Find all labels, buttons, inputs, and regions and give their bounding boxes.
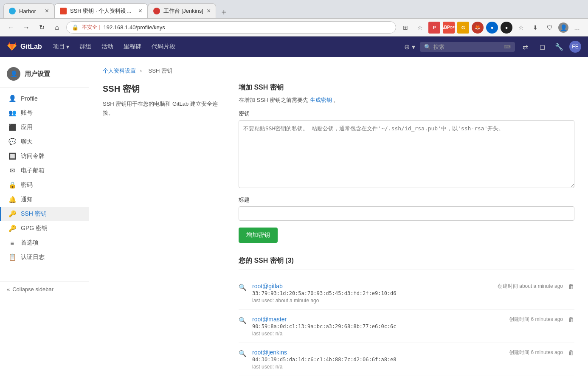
reload-button[interactable]: ↻ xyxy=(36,22,48,34)
gitlab-logo-text: GitLab xyxy=(20,43,42,51)
lock-icon: 🔒 xyxy=(72,24,79,31)
ssh-key-item-0: 🔍 root@gitlab 33:79:93:1d:20:5a:70:93:d5… xyxy=(239,277,574,310)
ssh-key-info-0: root@gitlab 33:79:93:1d:20:5a:70:93:d5:4… xyxy=(252,283,492,304)
jenkins-tab-close[interactable]: × xyxy=(207,7,211,15)
sidebar-label-chat: 聊天 xyxy=(21,138,33,146)
nav-item-milestones[interactable]: 里程碑 xyxy=(119,40,146,53)
bookmarks-icon[interactable]: ☆ xyxy=(515,22,527,34)
ssh-key-delete-1[interactable]: 🗑 xyxy=(568,316,574,323)
ssh-key-name-2[interactable]: root@jenkins xyxy=(252,349,287,356)
harbor-tab-close[interactable]: × xyxy=(45,7,49,15)
sidebar-user-section: 👤 用户设置 xyxy=(0,64,89,88)
tab-gitlab[interactable]: SSH 密钥 · 个人资料设置 · GitLab × xyxy=(54,3,148,18)
account-icon: 👥 xyxy=(8,109,17,117)
back-button[interactable]: ← xyxy=(5,22,17,34)
ssh-key-delete-0[interactable]: 🗑 xyxy=(568,283,574,290)
sidebar-label-audit-log: 认证日志 xyxy=(21,253,45,261)
ssh-key-delete-2[interactable]: 🗑 xyxy=(568,349,574,356)
nav-avatar[interactable]: FE xyxy=(569,41,581,53)
sidebar-item-password[interactable]: 🔒 密码 xyxy=(0,178,89,192)
sidebar-item-chat[interactable]: 💬 聊天 xyxy=(0,135,89,149)
ssh-key-name-0[interactable]: root@gitlab xyxy=(252,283,283,290)
ssh-keys-list: 您的 SSH 密钥 (3) 🔍 root@gitlab 33:79:93:1d:… xyxy=(239,256,574,376)
forward-button[interactable]: → xyxy=(20,22,32,34)
ext3-icon[interactable]: ● xyxy=(486,22,498,34)
address-bar[interactable]: 🔒 不安全 | 192.168.1.40/profile/keys xyxy=(66,21,396,34)
main-content: 个人资料设置 › SSH 密钥 SSH 密钥 SSH 密钥用于在您的电脑和 Gi… xyxy=(89,57,588,388)
nav-search-input[interactable] xyxy=(433,44,501,50)
preferences-icon: ≡ xyxy=(8,239,17,247)
gitlab-tab-title: SSH 密钥 · 个人资料设置 · GitLab xyxy=(70,7,135,15)
sidebar-item-email[interactable]: ✉ 电子邮箱 xyxy=(0,163,89,178)
audit-log-icon: 📋 xyxy=(8,253,17,261)
sidebar-item-account[interactable]: 👥 账号 xyxy=(0,106,89,120)
star-icon[interactable]: ☆ xyxy=(414,22,426,34)
ssh-key-created-1: 创建时间 6 minutes ago xyxy=(509,316,563,323)
breadcrumb-settings-link[interactable]: 个人资料设置 xyxy=(103,67,136,74)
gpg-key-icon: 🔑 xyxy=(8,225,17,232)
sidebar-item-ssh-keys[interactable]: 🔑 SSH 密钥 xyxy=(0,207,89,221)
nav-item-snippets[interactable]: 代码片段 xyxy=(147,40,180,53)
sync-icon[interactable]: ⬇ xyxy=(529,22,541,34)
ssh-key-textarea[interactable] xyxy=(239,120,574,188)
ssh-key-meta-1: 创建时间 6 minutes ago 🗑 xyxy=(509,316,574,323)
ssh-key-fingerprint-2: 04:30:39:d5:da:1d:c6:c1:4b:88:7c:d2:06:6… xyxy=(252,357,504,363)
insecure-label: 不安全 | xyxy=(82,24,100,31)
add-ssh-title: 增加 SSH 密钥 xyxy=(239,83,574,92)
jenkins-favicon xyxy=(153,8,160,14)
profile-icon[interactable]: 👤 xyxy=(558,22,568,33)
browser-toolbar: ← → ↻ ⌂ 🔒 不安全 | 192.168.1.40/profile/key… xyxy=(0,18,588,36)
harbor-favicon xyxy=(9,8,16,14)
ssh-key-last-used-0: last used: about a minute ago xyxy=(252,298,492,304)
sidebar-item-access-tokens[interactable]: 🔲 访问令牌 xyxy=(0,149,89,163)
nav-search-bar[interactable]: 🔍 ⌨ xyxy=(420,42,515,52)
sidebar-label-preferences: 首选项 xyxy=(21,239,39,247)
add-ssh-desc-prefix: 在增加 SSH 密钥之前需要先 xyxy=(239,97,308,103)
ssh-key-created-0: 创建时间 about a minute ago xyxy=(498,283,563,290)
tab-jenkins[interactable]: 工作台 [Jenkins] × xyxy=(148,3,216,18)
menu-icon[interactable]: … xyxy=(571,22,583,34)
shield-icon[interactable]: 🛡 xyxy=(544,22,556,34)
nav-merge-requests-button[interactable]: ⇄ xyxy=(518,40,532,53)
nav-menu: 项目 ▾ 群组 活动 里程碑 代码片段 xyxy=(49,40,219,53)
gitlab-tab-close[interactable]: × xyxy=(138,7,142,15)
sidebar-label-apps: 应用 xyxy=(21,124,33,131)
nav-plus-button[interactable]: ⊕ ▾ xyxy=(403,40,416,53)
nav-wrench-button[interactable]: 🔧 xyxy=(552,40,566,53)
translate-icon[interactable]: ⊞ xyxy=(400,22,411,34)
tab-harbor[interactable]: Harbor × xyxy=(3,3,54,18)
access-token-icon: 🔲 xyxy=(8,152,17,160)
generate-key-link[interactable]: 生成密钥 xyxy=(310,97,332,103)
sidebar-item-gpg-keys[interactable]: 🔑 GPG 密钥 xyxy=(0,221,89,236)
sidebar: 👤 用户设置 👤 Profile 👥 账号 ⬛ 应用 💬 聊天 🔲 访问 xyxy=(0,57,89,388)
ssh-key-fingerprint-icon-1: 🔍 xyxy=(239,317,247,325)
ext1-icon[interactable]: G xyxy=(457,22,469,34)
sidebar-item-preferences[interactable]: ≡ 首选项 xyxy=(0,236,89,250)
sidebar-item-profile[interactable]: 👤 Profile xyxy=(0,91,89,106)
ssh-key-created-2: 创建时间 6 minutes ago xyxy=(509,349,563,356)
new-tab-button[interactable]: + xyxy=(218,6,230,18)
ssh-keys-description: SSH 密钥用于在您的电脑和 GitLab 建立安全连接。 xyxy=(103,100,222,118)
gitlab-logo[interactable]: GitLab xyxy=(7,42,42,52)
sidebar-item-notifications[interactable]: 🔔 通知 xyxy=(0,192,89,207)
nav-issues-button[interactable]: ◻ xyxy=(535,40,549,53)
sidebar-item-apps[interactable]: ⬛ 应用 xyxy=(0,120,89,135)
ssh-keys-title: SSH 密钥 xyxy=(103,83,222,95)
home-button[interactable]: ⌂ xyxy=(51,22,63,34)
nav-item-projects[interactable]: 项目 ▾ xyxy=(49,40,73,53)
adblock-icon[interactable]: ABPOFF xyxy=(443,22,455,34)
sidebar-item-audit-log[interactable]: 📋 认证日志 xyxy=(0,250,89,264)
ssh-key-title-input[interactable] xyxy=(239,206,574,221)
nav-item-activity[interactable]: 活动 xyxy=(97,40,118,53)
ext2-icon[interactable]: 🦊 xyxy=(472,22,484,34)
sidebar-label-ssh-keys: SSH 密钥 xyxy=(21,210,47,218)
collapse-sidebar-button[interactable]: « Collapse sidebar xyxy=(0,281,89,297)
ext4-icon[interactable]: ● xyxy=(501,22,512,34)
tab-bar: Harbor × SSH 密钥 · 个人资料设置 · GitLab × 工作台 … xyxy=(0,0,588,18)
nav-item-groups[interactable]: 群组 xyxy=(75,40,96,53)
ssh-key-fingerprint-0: 33:79:93:1d:20:5a:70:93:d5:45:d3:fd:2f:e… xyxy=(252,290,492,296)
ssh-key-name-1[interactable]: root@master xyxy=(252,316,287,323)
pocket-icon[interactable]: P xyxy=(428,22,440,34)
ssh-key-fingerprint-icon-2: 🔍 xyxy=(239,350,247,358)
add-key-button[interactable]: 增加密钥 xyxy=(239,228,278,243)
